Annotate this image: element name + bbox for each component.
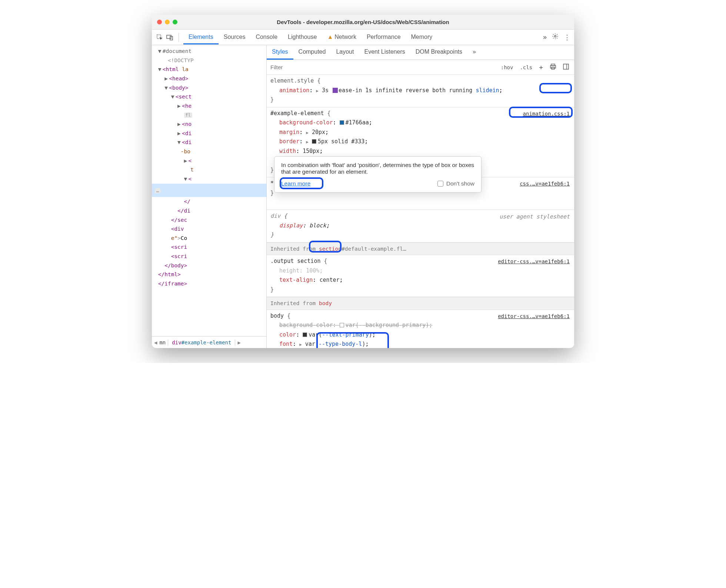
- svg-rect-1: [167, 35, 171, 39]
- print-media-icon[interactable]: [547, 63, 559, 71]
- dom-breadcrumb[interactable]: ◀ mn div#example-element ▶: [152, 336, 266, 348]
- toolbar-separator: [179, 33, 179, 42]
- subtab-dom-breakpoints[interactable]: DOM Breakpoints: [410, 45, 467, 60]
- svg-point-3: [555, 36, 556, 37]
- tab-memory[interactable]: Memory: [406, 30, 438, 44]
- prop-margin[interactable]: margin: ▶ 20px;: [270, 128, 570, 137]
- prop-animation[interactable]: animation: ▶ 3s ease-in 1s infinite reve…: [270, 86, 570, 96]
- breadcrumb-ancestor[interactable]: mn: [159, 340, 166, 345]
- dom-tree-panel: ▼#document <!DOCTYP ▼<html la ▶<head> ▼<…: [152, 45, 267, 348]
- styles-subtabs: Styles Computed Layout Event Listeners D…: [267, 45, 574, 60]
- titlebar: DevTools - developer.mozilla.org/en-US/d…: [152, 15, 574, 30]
- tab-performance[interactable]: Performance: [362, 30, 406, 44]
- inherited-from-section-header: Inherited from section#default-example.f…: [267, 243, 574, 255]
- rule-body[interactable]: editor-css.…v=ae1feb6:1 body { backgroun…: [267, 310, 574, 348]
- source-link[interactable]: editor-css.…v=ae1feb6:1: [498, 312, 570, 321]
- selector-label: body: [270, 313, 284, 319]
- selector-label: *: [270, 180, 274, 187]
- prop-border[interactable]: border: ▶ 5px solid #333;: [270, 137, 570, 147]
- device-toggle-icon[interactable]: [166, 33, 174, 41]
- prop-color[interactable]: color: var(--text-primary);: [270, 330, 570, 340]
- tab-elements[interactable]: Elements: [183, 30, 219, 44]
- selector-label: div: [270, 213, 280, 219]
- rule-div-useragent[interactable]: user agent stylesheet div { display: blo…: [267, 210, 574, 243]
- tab-lighthouse[interactable]: Lighthouse: [283, 30, 322, 44]
- selector-label: element.style: [270, 77, 314, 84]
- selector-label: .output section: [270, 258, 320, 264]
- checkbox-icon[interactable]: [437, 181, 443, 187]
- hov-toggle[interactable]: :hov: [499, 64, 516, 71]
- prop-font[interactable]: font: ▶ var(--type-body-l);: [270, 340, 570, 348]
- main-tabs: Elements Sources Console Lighthouse ▲Net…: [183, 30, 541, 44]
- source-link[interactable]: editor-css.…v=ae1feb6:1: [498, 257, 570, 266]
- tab-network[interactable]: ▲Network: [322, 30, 362, 44]
- easing-swatch-icon[interactable]: [333, 88, 338, 93]
- rule-output-section[interactable]: editor-css.…v=ae1feb6:1 .output section …: [267, 255, 574, 297]
- new-rule-button[interactable]: +: [537, 63, 545, 72]
- subtab-event-listeners[interactable]: Event Listeners: [359, 45, 410, 60]
- styles-panel: Styles Computed Layout Event Listeners D…: [267, 45, 574, 348]
- css-documentation-tooltip: In combination with 'float' and 'positio…: [274, 156, 482, 193]
- tab-sources[interactable]: Sources: [219, 30, 251, 44]
- prop-display[interactable]: display: block;: [270, 221, 570, 231]
- styles-filter-bar: :hov .cls +: [267, 60, 574, 75]
- cls-toggle[interactable]: .cls: [517, 64, 534, 71]
- kebab-menu-icon[interactable]: ⋮: [564, 33, 570, 41]
- selector-label: #example-element: [270, 110, 324, 117]
- computed-sidebar-icon[interactable]: [561, 63, 571, 71]
- breadcrumb-next-icon[interactable]: ▶: [237, 340, 240, 345]
- animation-name-link[interactable]: slidein: [476, 87, 499, 94]
- inspect-icon[interactable]: [156, 33, 164, 41]
- styles-rules-list[interactable]: element.style { animation: ▶ 3s ease-in …: [267, 75, 574, 348]
- prop-background-color[interactable]: background-color: #1766aa;: [270, 118, 570, 128]
- source-link[interactable]: animation.css:1: [523, 110, 570, 118]
- prop-text-align[interactable]: text-align: center;: [270, 275, 570, 285]
- breadcrumb-prev-icon[interactable]: ◀: [154, 340, 157, 345]
- prop-width[interactable]: width: 150px;: [270, 147, 570, 156]
- rule-element-style[interactable]: element.style { animation: ▶ 3s ease-in …: [267, 75, 574, 107]
- svg-rect-7: [563, 64, 569, 69]
- main-toolbar: Elements Sources Console Lighthouse ▲Net…: [152, 30, 574, 45]
- tabs-overflow-icon[interactable]: »: [543, 33, 547, 41]
- settings-icon[interactable]: [552, 33, 559, 41]
- tab-console[interactable]: Console: [250, 30, 283, 44]
- breadcrumb-current[interactable]: div#example-element: [168, 340, 235, 345]
- main-row: ▼#document <!DOCTYP ▼<html la ▶<head> ▼<…: [152, 45, 574, 348]
- source-link[interactable]: css.…v=ae1feb6:1: [520, 180, 570, 188]
- subtab-styles[interactable]: Styles: [267, 45, 293, 60]
- inherited-from-body-header: Inherited from body: [267, 297, 574, 310]
- toolbar-right: » ⋮: [543, 33, 570, 41]
- subtab-computed[interactable]: Computed: [293, 45, 331, 60]
- dom-tree[interactable]: ▼#document <!DOCTYP ▼<html la ▶<head> ▼<…: [152, 45, 266, 336]
- filter-actions: :hov .cls +: [496, 60, 574, 74]
- tooltip-text: In combination with 'float' and 'positio…: [281, 162, 474, 175]
- prop-height[interactable]: height: 100%;: [270, 266, 570, 276]
- styles-filter-input[interactable]: [267, 60, 496, 74]
- window-title: DevTools - developer.mozilla.org/en-US/d…: [152, 19, 574, 25]
- subtabs-overflow-icon[interactable]: »: [467, 45, 481, 60]
- devtools-window: DevTools - developer.mozilla.org/en-US/d…: [152, 15, 574, 348]
- dont-show-checkbox[interactable]: Don't show: [437, 180, 474, 187]
- learn-more-link[interactable]: Learn more: [281, 180, 310, 187]
- subtab-layout[interactable]: Layout: [331, 45, 359, 60]
- prop-background-color[interactable]: background-color: var(--background-prima…: [270, 321, 570, 330]
- source-label: user agent stylesheet: [499, 212, 570, 222]
